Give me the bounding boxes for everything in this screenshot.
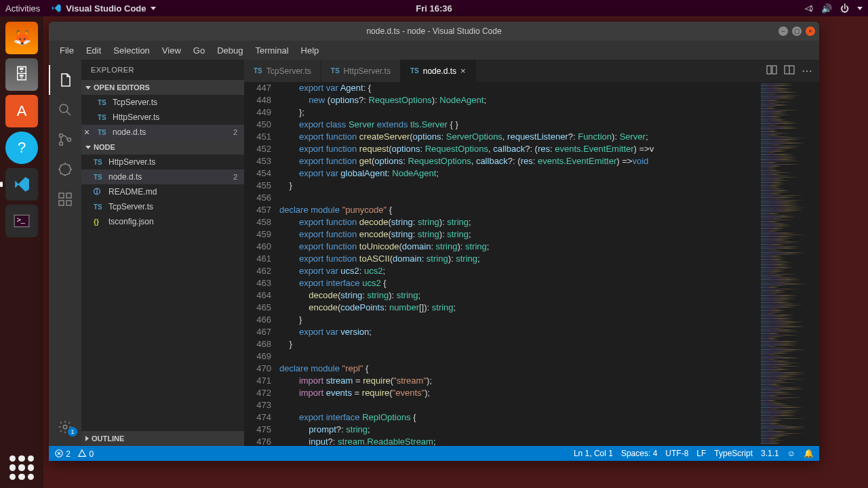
sidebar: EXPLORER OPEN EDITORS TSTcpServer.tsTSHt… bbox=[81, 60, 244, 446]
svg-rect-12 bbox=[767, 66, 771, 74]
svg-point-11 bbox=[63, 425, 67, 429]
project-file-item[interactable]: TSHttpServer.ts bbox=[81, 155, 244, 169]
ts-file-icon: TS bbox=[254, 67, 262, 75]
search-view-icon[interactable] bbox=[49, 95, 81, 125]
error-badge: 2 bbox=[233, 173, 237, 181]
ubuntu-dock: 🦊 🗄 A ? >_ bbox=[0, 16, 43, 488]
volume-icon[interactable]: 🔊 bbox=[821, 3, 832, 14]
activities-button[interactable]: Activities bbox=[5, 3, 40, 14]
svg-point-6 bbox=[60, 164, 71, 175]
project-file-item[interactable]: ⓘREADME.md bbox=[81, 184, 244, 199]
software-icon[interactable]: A bbox=[5, 95, 38, 127]
ts-file-icon: TS bbox=[410, 67, 419, 75]
open-editors-header[interactable]: OPEN EDITORS bbox=[81, 80, 244, 95]
close-icon[interactable]: × bbox=[84, 127, 90, 138]
window-maximize[interactable]: ▢ bbox=[792, 26, 802, 36]
ts-file-icon: TS bbox=[98, 114, 108, 121]
code-editor[interactable]: 4474484494504514524534544554564574584594… bbox=[244, 82, 819, 446]
menu-go[interactable]: Go bbox=[188, 44, 210, 57]
status-problems[interactable]: 2 0 bbox=[54, 449, 94, 459]
outline-header[interactable]: OUTLINE bbox=[81, 431, 244, 446]
svg-rect-13 bbox=[772, 66, 776, 74]
vscode-window: node.d.ts - node - Visual Studio Code – … bbox=[49, 22, 819, 461]
extensions-view-icon[interactable] bbox=[49, 184, 81, 214]
split-compare-icon[interactable] bbox=[766, 64, 777, 78]
activity-bar: 1 bbox=[49, 60, 81, 446]
ubuntu-topbar: Activities Visual Studio Code Fri 16:36 … bbox=[0, 0, 868, 16]
apps-grid-icon[interactable] bbox=[9, 455, 34, 480]
network-icon[interactable]: ⏿ bbox=[804, 3, 813, 14]
editor-tab[interactable]: TSnode.d.ts× bbox=[401, 60, 476, 82]
svg-point-4 bbox=[60, 142, 63, 146]
open-editor-item[interactable]: TSHttpServer.ts bbox=[81, 110, 244, 125]
menu-help[interactable]: Help bbox=[296, 44, 325, 57]
window-close[interactable]: × bbox=[806, 26, 815, 36]
project-header[interactable]: NODE bbox=[81, 140, 244, 155]
project-file-item[interactable]: TSTcpServer.ts bbox=[81, 199, 244, 214]
terminal-icon[interactable]: >_ bbox=[5, 205, 38, 237]
svg-rect-7 bbox=[59, 193, 64, 198]
status-bar: 2 0 Ln 1, Col 1 Spaces: 4 UTF-8 LF TypeS… bbox=[49, 446, 819, 461]
menubar: FileEditSelectionViewGoDebugTerminalHelp bbox=[49, 41, 819, 60]
svg-text:>_: >_ bbox=[16, 216, 25, 224]
editor-tab[interactable]: TSTcpServer.ts bbox=[244, 60, 321, 82]
menu-edit[interactable]: Edit bbox=[81, 44, 106, 57]
help-icon[interactable]: ? bbox=[5, 131, 38, 164]
svg-point-5 bbox=[68, 138, 71, 142]
status-language[interactable]: TypeScript bbox=[714, 449, 753, 458]
files-icon[interactable]: 🗄 bbox=[5, 58, 38, 91]
status-encoding[interactable]: UTF-8 bbox=[665, 449, 688, 458]
debug-view-icon[interactable] bbox=[49, 155, 81, 184]
status-version[interactable]: 3.1.1 bbox=[761, 449, 779, 458]
file-icon: TS bbox=[94, 203, 104, 211]
app-menu[interactable]: Visual Studio Code bbox=[51, 3, 155, 14]
ts-file-icon: TS bbox=[98, 99, 108, 106]
menu-file[interactable]: File bbox=[54, 44, 79, 57]
window-title: node.d.ts - node - Visual Studio Code bbox=[366, 26, 501, 36]
file-icon: {} bbox=[94, 218, 104, 226]
settings-gear-icon[interactable]: 1 bbox=[49, 412, 81, 442]
editor-tab[interactable]: TSHttpServer.ts bbox=[321, 60, 401, 82]
menu-debug[interactable]: Debug bbox=[212, 44, 248, 57]
chevron-down-icon bbox=[857, 7, 863, 10]
status-eol[interactable]: LF bbox=[696, 449, 706, 458]
svg-rect-9 bbox=[59, 201, 64, 205]
vscode-dock-icon[interactable] bbox=[5, 168, 38, 201]
firefox-icon[interactable]: 🦊 bbox=[5, 22, 38, 54]
minimap[interactable] bbox=[760, 82, 819, 446]
status-cursor[interactable]: Ln 1, Col 1 bbox=[574, 449, 613, 458]
status-feedback-icon[interactable]: ☺ bbox=[787, 449, 795, 458]
ts-file-icon: TS bbox=[331, 67, 340, 75]
project-file-item[interactable]: TSnode.d.ts2 bbox=[81, 169, 244, 184]
clock[interactable]: Fri 16:36 bbox=[416, 3, 452, 14]
editor-tabs: TSTcpServer.tsTSHttpServer.tsTSnode.d.ts… bbox=[244, 60, 819, 82]
chevron-down-icon bbox=[151, 7, 156, 10]
split-editor-icon[interactable] bbox=[784, 64, 795, 78]
svg-point-2 bbox=[60, 104, 68, 113]
svg-point-3 bbox=[60, 134, 63, 138]
menu-selection[interactable]: Selection bbox=[108, 44, 155, 57]
scm-view-icon[interactable] bbox=[49, 125, 81, 155]
sidebar-title: EXPLORER bbox=[81, 60, 244, 80]
code-content[interactable]: export var Agent: { new (options?: Reque… bbox=[279, 82, 760, 446]
open-editor-item[interactable]: TSTcpServer.ts bbox=[81, 95, 244, 110]
line-gutter: 4474484494504514524534544554564574584594… bbox=[244, 82, 279, 446]
open-editor-item[interactable]: ×TSnode.d.ts2 bbox=[81, 125, 244, 140]
svg-rect-8 bbox=[66, 193, 71, 198]
close-icon[interactable]: × bbox=[460, 66, 466, 76]
vscode-icon bbox=[51, 3, 62, 14]
status-spaces[interactable]: Spaces: 4 bbox=[621, 449, 657, 458]
status-bell-icon[interactable]: 🔔 bbox=[804, 449, 814, 458]
window-titlebar[interactable]: node.d.ts - node - Visual Studio Code – … bbox=[49, 22, 819, 41]
explorer-view-icon[interactable] bbox=[49, 65, 81, 95]
error-badge: 2 bbox=[233, 128, 237, 136]
ts-file-icon: TS bbox=[98, 129, 108, 136]
project-file-item[interactable]: {}tsconfig.json bbox=[81, 214, 244, 229]
menu-view[interactable]: View bbox=[157, 44, 186, 57]
editor-area: TSTcpServer.tsTSHttpServer.tsTSnode.d.ts… bbox=[244, 60, 819, 446]
power-icon[interactable]: ⏻ bbox=[840, 3, 849, 14]
window-minimize[interactable]: – bbox=[778, 26, 788, 36]
file-icon: TS bbox=[94, 159, 104, 166]
menu-terminal[interactable]: Terminal bbox=[250, 44, 294, 57]
more-icon[interactable]: ⋯ bbox=[802, 64, 812, 77]
